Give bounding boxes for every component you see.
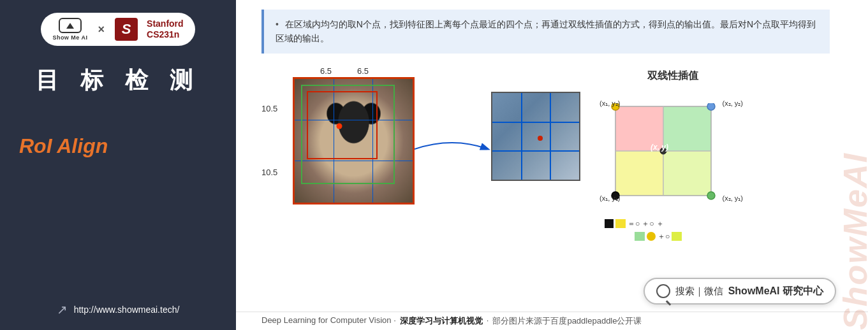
stanford-label: Stanford	[147, 18, 184, 29]
corner-br-label: (x₂, y₁)	[723, 194, 743, 203]
bilinear-svg	[606, 103, 753, 231]
corner-tr-label: (x₂, y₂)	[723, 99, 743, 108]
corner-bl-label: (x₁, y₁)	[600, 194, 620, 203]
svg-rect-1	[663, 106, 711, 151]
website-row: ↗ http://www.showmeai.tech/	[57, 302, 180, 320]
main-content: • 在区域内均匀的取N个点，找到特征图上离每个点最近的四个点；再通过双线性插值的…	[236, 0, 868, 330]
sidebar: Show Me AI × S Stanford CS231n 目 标 检 测 R…	[0, 0, 236, 330]
formula-row-2: ＋○	[635, 231, 682, 242]
grid-numbers-top: 6.5 6.5	[274, 66, 415, 76]
svg-point-10	[707, 192, 715, 199]
page-title-chinese: 目 标 检 测	[36, 65, 200, 96]
corner-tl-label: (x₁, y₂)	[600, 99, 620, 108]
website-url: http://www.showmeai.tech/	[74, 305, 180, 315]
footer-sep: ·	[487, 315, 489, 327]
stanford-s-icon: S	[115, 18, 138, 41]
left-diagram: 6.5 6.5 10.5 10.5	[261, 66, 415, 204]
bilinear-title: 双线性插值	[600, 69, 746, 83]
bilinear-diagram: (x₁, y₂) (x₂, y₂) (x₁, y₁) (x₂, y₁) (x, …	[600, 90, 746, 237]
grid-num-left-top: 10.5	[261, 104, 277, 113]
search-text: 搜索｜微信	[675, 285, 723, 298]
svg-rect-3	[663, 151, 711, 196]
info-box: • 在区域内均匀的取N个点，找到特征图上离每个点最近的四个点；再通过双线性插值的…	[261, 10, 830, 54]
cross-icon: ×	[98, 23, 105, 36]
stanford-text: Stanford CS231n	[147, 18, 184, 40]
search-brand: ShowMeAI 研究中心	[728, 285, 823, 298]
bullet-icon: •	[276, 19, 279, 29]
cs231n-label: CS231n	[147, 29, 184, 40]
showmeai-icon	[59, 18, 82, 33]
zoom-grid	[492, 93, 579, 180]
search-handle	[666, 300, 671, 305]
svg-rect-2	[615, 151, 663, 196]
grid-num-left-bottom: 10.5	[261, 168, 277, 177]
logo-area: Show Me AI × S Stanford CS231n	[41, 13, 195, 46]
grid-num-top-right: 6.5	[357, 66, 369, 76]
footer-text: Deep Learning for Computer Vision ·	[261, 315, 396, 327]
cursor-icon: ↗	[57, 302, 68, 317]
grid-num-top-left: 6.5	[320, 66, 332, 76]
bilinear-area: 双线性插值	[600, 69, 746, 237]
svg-point-8	[707, 103, 715, 110]
search-icon	[656, 284, 670, 298]
center-label: (x, y)	[651, 143, 668, 152]
search-bar[interactable]: 搜索｜微信 ShowMeAI 研究中心	[644, 278, 836, 305]
showmeai-logo: Show Me AI	[52, 18, 87, 41]
section-title: RoI Align	[13, 134, 223, 158]
dog-image	[293, 77, 415, 204]
formula-row-1: ＝○ ＋○ ＋	[605, 219, 664, 229]
zoom-image	[491, 92, 580, 181]
footer-text2: 部分图片来源于百度paddlepaddle公开课	[492, 315, 642, 327]
arrow-diagram	[415, 130, 491, 168]
footer-bold1: 深度学习与计算机视觉	[400, 315, 483, 327]
stanford-logo: S Stanford CS231n	[115, 18, 184, 41]
showmeai-label: Show Me AI	[52, 34, 87, 41]
footer-bar: Deep Learning for Computer Vision · 深度学习…	[236, 312, 868, 330]
info-text: 在区域内均匀的取N个点，找到特征图上离每个点最近的四个点；再通过双线性插值的方式…	[276, 19, 816, 43]
dog-image-bg	[295, 79, 413, 203]
